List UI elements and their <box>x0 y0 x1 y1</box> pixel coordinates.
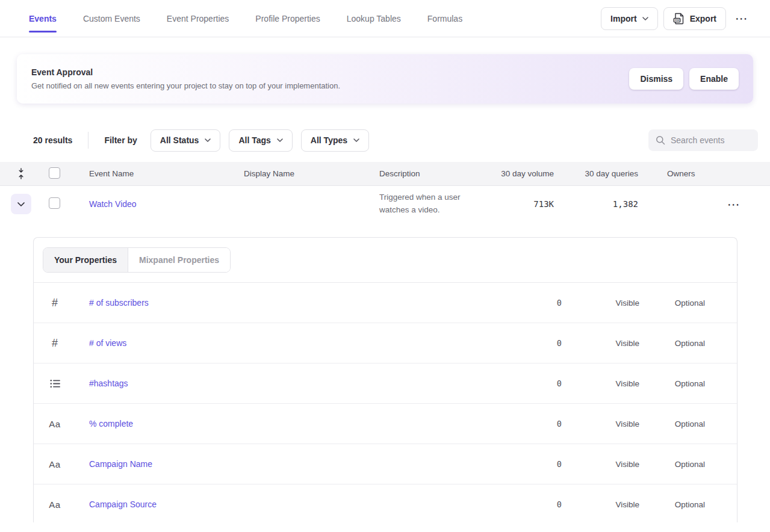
search-icon <box>656 135 665 145</box>
chevron-down-icon <box>277 138 283 142</box>
collapse-all-icon[interactable] <box>0 168 42 179</box>
filter-dropdown-label: All Types <box>311 135 347 145</box>
event-row: Watch Video Triggered when a user watche… <box>0 186 770 222</box>
search-input[interactable] <box>671 135 751 145</box>
property-visibility: Visible <box>562 419 639 428</box>
nav-tab-label: Custom Events <box>83 14 140 23</box>
property-row: # Aa # of subscribers 0 Visible Optional <box>34 283 737 323</box>
divider <box>88 132 88 149</box>
property-visibility: Visible <box>562 500 639 509</box>
list-type-icon <box>50 379 60 388</box>
property-type-icon: # Aa <box>34 459 76 469</box>
chevron-down-icon <box>642 17 648 20</box>
property-count: 0 <box>495 419 562 428</box>
active-tab-underline <box>29 31 57 32</box>
property-count: 0 <box>495 338 562 348</box>
import-button[interactable]: Import <box>601 7 658 30</box>
column-owners: Owners <box>638 169 770 178</box>
filter-dropdown-label: All Tags <box>238 135 270 145</box>
export-button[interactable]: csv Export <box>663 7 726 30</box>
properties-list: # Aa # of subscribers 0 Visible Optional <box>34 283 737 522</box>
property-requirement: Optional <box>639 419 705 428</box>
nav-tab[interactable]: Event Properties <box>167 0 229 37</box>
property-requirement: Optional <box>639 379 705 388</box>
property-name-link[interactable]: # of subscribers <box>89 298 149 308</box>
results-count: 20 results <box>33 135 72 145</box>
search-box[interactable] <box>648 129 758 151</box>
enable-button[interactable]: Enable <box>689 68 739 90</box>
more-options-icon[interactable]: ⋯ <box>731 12 752 25</box>
top-navigation: Events Custom Events Event Properties Pr… <box>0 0 770 37</box>
filter-dropdown[interactable]: All Types <box>301 129 369 152</box>
nav-tab-label: Profile Properties <box>255 14 320 23</box>
text-type-icon: Aa <box>49 500 60 510</box>
number-type-icon: # <box>52 337 58 350</box>
property-row: # Aa # of views 0 Visible Optional <box>34 323 737 363</box>
property-row: # Aa Campaign Source 0 Visible Optional <box>34 484 737 522</box>
nav-tab-label: Lookup Tables <box>347 14 401 23</box>
property-visibility: Visible <box>562 339 639 348</box>
nav-tab-label: Formulas <box>427 14 462 23</box>
property-requirement: Optional <box>639 298 705 308</box>
dismiss-button[interactable]: Dismiss <box>629 68 683 90</box>
property-requirement: Optional <box>639 500 705 509</box>
property-type-icon: # Aa <box>34 500 76 510</box>
nav-tab[interactable]: Events <box>29 0 57 37</box>
event-30-day-queries: 1,382 <box>554 199 638 209</box>
collapse-row-button[interactable] <box>11 194 31 214</box>
import-button-label: Import <box>610 14 637 23</box>
filter-toolbar: 20 results Filter by All Status All Tags… <box>0 129 770 152</box>
property-type-icon: # Aa <box>34 337 76 350</box>
properties-tab-label: Your Properties <box>54 255 117 265</box>
nav-tab[interactable]: Lookup Tables <box>347 0 401 37</box>
properties-tabs: Your Properties Mixpanel Properties <box>43 247 231 273</box>
nav-tab[interactable]: Formulas <box>427 0 462 37</box>
filter-dropdown-label: All Status <box>160 135 199 145</box>
property-row: # Aa Campaign Name 0 Visible Optional <box>34 444 737 484</box>
banner-description: Get notified on all new events entering … <box>31 81 340 90</box>
nav-tab-label: Events <box>29 14 57 23</box>
chevron-down-icon <box>205 138 211 142</box>
property-visibility: Visible <box>562 460 639 469</box>
property-count: 0 <box>495 298 562 308</box>
properties-tab[interactable]: Mixpanel Properties <box>128 248 230 272</box>
svg-text:csv: csv <box>674 19 679 22</box>
row-menu-icon[interactable]: ⋯ <box>724 198 744 211</box>
nav-tab[interactable]: Profile Properties <box>255 0 320 37</box>
csv-file-icon: csv <box>673 13 685 25</box>
filter-dropdown[interactable]: All Tags <box>229 129 292 152</box>
event-30-day-volume: 713K <box>488 199 554 209</box>
property-count: 0 <box>495 459 562 469</box>
event-approval-banner: Event Approval Get notified on all new e… <box>17 54 753 104</box>
property-row: # Aa % complete 0 Visible Optional <box>34 404 737 444</box>
property-row: # Aa #hashtags 0 Visible Optional <box>34 363 737 404</box>
text-type-icon: Aa <box>49 419 60 429</box>
export-button-label: Export <box>690 14 716 23</box>
nav-tab[interactable]: Custom Events <box>83 0 140 37</box>
property-count: 0 <box>495 500 562 509</box>
properties-panel: Your Properties Mixpanel Properties # <box>33 237 737 522</box>
select-all-checkbox[interactable] <box>49 167 60 179</box>
property-name-link[interactable]: Campaign Name <box>89 459 152 469</box>
property-type-icon: # Aa <box>34 297 76 309</box>
property-requirement: Optional <box>639 339 705 348</box>
nav-tab-label: Event Properties <box>167 14 229 23</box>
column-display-name: Display Name <box>244 169 379 178</box>
property-requirement: Optional <box>639 460 705 469</box>
property-count: 0 <box>495 379 562 388</box>
banner-title: Event Approval <box>31 67 340 77</box>
properties-tab[interactable]: Your Properties <box>43 248 128 272</box>
property-name-link[interactable]: # of views <box>89 338 126 348</box>
events-table-header: Event Name Display Name Description 30 d… <box>0 162 770 186</box>
filter-dropdown[interactable]: All Status <box>151 129 221 152</box>
property-name-link[interactable]: Campaign Source <box>89 500 157 509</box>
properties-tab-label: Mixpanel Properties <box>139 255 219 265</box>
row-checkbox[interactable] <box>49 197 60 209</box>
column-description: Description <box>379 169 488 178</box>
event-description: Triggered when a user watches a video. <box>379 191 488 217</box>
property-name-link[interactable]: % complete <box>89 419 133 428</box>
event-name-link[interactable]: Watch Video <box>89 199 244 209</box>
text-type-icon: Aa <box>49 459 60 469</box>
property-type-icon: # Aa <box>34 379 76 388</box>
property-name-link[interactable]: #hashtags <box>89 379 128 388</box>
